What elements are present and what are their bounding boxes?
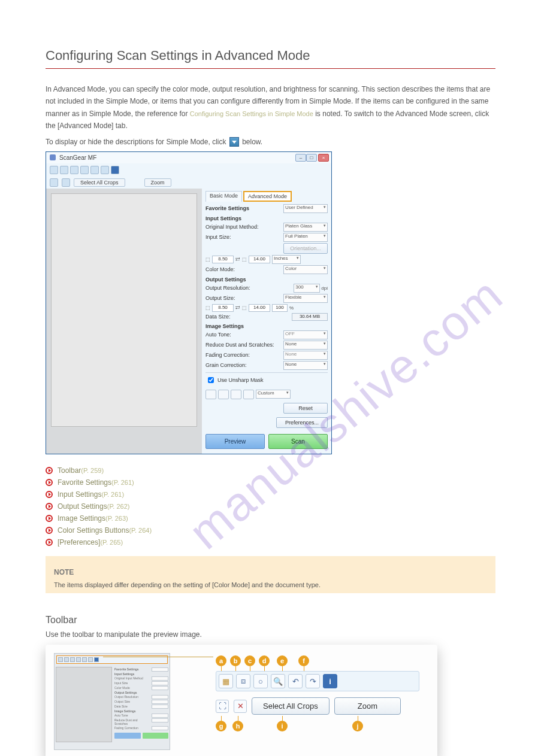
toolbar-row-1	[46, 163, 331, 177]
out-link-icon[interactable]: ⮂	[235, 305, 240, 311]
scangear-screenshot: ScanGear MF – □ × Select All Crops Zoom	[46, 151, 332, 454]
preferences-button[interactable]: Preferences...	[276, 417, 328, 428]
maximize-button[interactable]: □	[306, 154, 317, 162]
bullet-icon	[46, 539, 53, 546]
eraser-icon[interactable]: ○	[253, 674, 268, 688]
crop-frame-icon[interactable]	[50, 178, 58, 187]
bullet-icon	[46, 515, 53, 522]
close-button[interactable]: ×	[318, 154, 329, 162]
out-height-input[interactable]: 14.00	[249, 304, 270, 312]
color-mode-dropdown[interactable]: Color	[283, 265, 328, 274]
zoom-button[interactable]: Zoom	[144, 178, 171, 187]
link-favorite-settings[interactable]: Favorite Settings(P. 261)	[46, 478, 495, 487]
remove-crop-icon[interactable]	[70, 166, 78, 174]
reveal-icon[interactable]	[229, 137, 239, 147]
info-icon[interactable]: i	[323, 674, 337, 688]
fading-label: Fading Correction:	[205, 352, 283, 358]
input-size-label: Input Size:	[205, 234, 283, 240]
lead-note: To display or hide the descriptions for …	[46, 136, 495, 148]
delete-crop-icon[interactable]	[62, 178, 70, 187]
reset-button[interactable]: Reset	[283, 403, 328, 414]
rotate-left-icon[interactable]	[90, 166, 99, 174]
dust-dropdown[interactable]: None	[283, 341, 328, 350]
width-input[interactable]: 8.50	[212, 256, 234, 263]
rotate-left-icon[interactable]: ↶	[288, 674, 303, 688]
auto-crop-icon[interactable]	[50, 166, 58, 174]
data-size-value: 30.64 MB	[292, 313, 328, 321]
width-icon: ⬚	[205, 257, 210, 262]
preview-button[interactable]: Preview	[205, 434, 265, 449]
unsharp-mask-checkbox[interactable]: Use Unsharp Mask	[205, 375, 328, 385]
histogram-icon[interactable]	[231, 390, 241, 399]
preview-canvas[interactable]	[51, 193, 197, 427]
input-size-dropdown[interactable]: Full Platen	[283, 233, 328, 242]
height-input[interactable]: 14.00	[249, 256, 270, 263]
link-toolbar[interactable]: Toolbar(P. 259)	[46, 466, 495, 475]
magnify-icon[interactable]: 🔍	[271, 674, 285, 688]
lead-note-prefix: To display or hide the descriptions for …	[46, 138, 228, 146]
toolbar-callout-figure: Favorite Settings Input Settings Origina…	[46, 645, 437, 756]
grain-label: Grain Correction:	[205, 362, 283, 368]
image-settings-header: Image Settings	[205, 323, 328, 329]
select-all-crops-button[interactable]: Select All Crops	[74, 178, 125, 187]
fading-dropdown[interactable]: None	[283, 351, 328, 360]
out-percent-input[interactable]: 100	[272, 304, 288, 312]
badge-b: b	[230, 655, 241, 666]
custom-dropdown[interactable]: Custom	[256, 390, 291, 399]
badge-d: d	[259, 655, 270, 666]
info-icon[interactable]	[111, 166, 119, 174]
scan-button[interactable]: Scan	[268, 434, 328, 449]
dpi-label: dpi	[321, 286, 328, 291]
note-title: NOTE	[54, 567, 487, 578]
link-preferences[interactable]: [Preferences](P. 265)	[46, 538, 495, 546]
crop-icon[interactable]	[60, 166, 68, 174]
tab-advanced-mode[interactable]: Advanced Mode	[243, 191, 292, 202]
favorite-settings-dropdown[interactable]: User Defined	[283, 204, 328, 213]
output-resolution-dropdown[interactable]: 300	[294, 284, 320, 293]
grain-dropdown[interactable]: None	[283, 361, 328, 370]
link-icon[interactable]: ⮂	[235, 257, 240, 262]
magnify-icon[interactable]	[80, 166, 89, 174]
lead-link[interactable]: Configuring Scan Settings in Simple Mode	[190, 110, 313, 117]
lead-note-suffix: below.	[242, 138, 262, 146]
minimize-button[interactable]: –	[295, 154, 306, 162]
preview-area	[46, 189, 202, 454]
unit-dropdown[interactable]: Inches	[272, 255, 301, 264]
lead-paragraph: In Advanced Mode, you can specify the co…	[46, 83, 495, 132]
bullet-icon	[46, 479, 53, 486]
zoom-button[interactable]: Zoom	[334, 697, 401, 715]
tone-curve-icon[interactable]	[243, 390, 254, 399]
note-box: NOTE The items displayed differ dependin…	[46, 556, 495, 594]
orientation-button: Orientation...	[283, 243, 328, 254]
section-links: Toolbar(P. 259) Favorite Settings(P. 261…	[46, 466, 495, 546]
rotate-right-icon[interactable]	[101, 166, 109, 174]
auto-crop-icon[interactable]: ▦	[219, 674, 233, 688]
unsharp-check-input[interactable]	[208, 377, 214, 383]
bullet-icon	[46, 491, 53, 498]
crop-frame-icon[interactable]: ⛶	[216, 700, 229, 713]
remove-crop-icon[interactable]: ✕	[234, 700, 247, 713]
link-input-settings[interactable]: Input Settings(P. 261)	[46, 490, 495, 499]
window-title: ScanGear MF	[59, 154, 96, 161]
rotate-right-icon[interactable]: ↷	[306, 674, 320, 688]
link-image-settings[interactable]: Image Settings(P. 263)	[46, 514, 495, 523]
output-size-dropdown[interactable]: Flexible	[283, 294, 328, 303]
auto-tone-dropdown[interactable]: OFF	[283, 330, 328, 339]
crop-icon[interactable]: ⧈	[236, 674, 250, 688]
out-width-input[interactable]: 8.50	[212, 304, 234, 312]
out-width-icon: ⬚	[205, 305, 210, 311]
link-output-settings[interactable]: Output Settings(P. 262)	[46, 502, 495, 511]
badge-h: h	[232, 721, 243, 731]
saturation-icon[interactable]	[205, 390, 216, 399]
brightness-icon[interactable]	[218, 390, 229, 399]
link-color-buttons[interactable]: Color Settings Buttons(P. 264)	[46, 526, 495, 535]
favorite-settings-label: Favorite Settings	[205, 205, 283, 211]
output-settings-header: Output Settings	[205, 277, 328, 283]
bullet-icon	[46, 467, 53, 474]
input-method-dropdown[interactable]: Platen Glass	[283, 223, 328, 232]
input-settings-header: Input Settings	[205, 215, 328, 221]
app-icon	[50, 154, 56, 160]
select-all-crops-button[interactable]: Select All Crops	[252, 697, 330, 715]
tab-basic-mode[interactable]: Basic Mode	[205, 191, 242, 202]
callout-mini-screenshot: Favorite Settings Input Settings Origina…	[54, 653, 170, 750]
